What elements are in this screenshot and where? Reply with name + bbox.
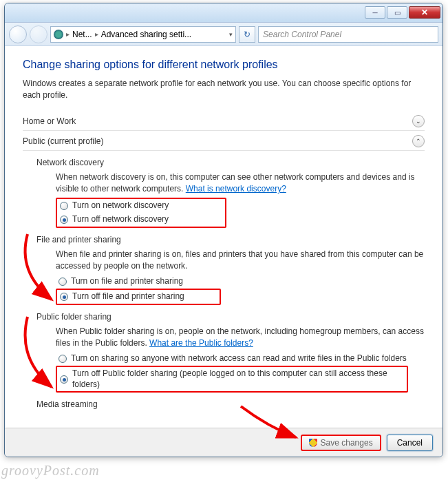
section-title-media-streaming: Media streaming [36, 399, 425, 409]
nav-row: ▸ Net... ▸ Advanced sharing setti... ▾ ↻… [5, 23, 442, 46]
footer: Save changes Cancel [5, 428, 442, 457]
chevron-down-icon[interactable]: ▾ [229, 31, 233, 38]
save-changes-button[interactable]: Save changes [301, 435, 381, 451]
radio-netdisc-on[interactable]: Turn on network discovery [57, 199, 225, 213]
save-button-label: Save changes [321, 438, 373, 448]
chevron-up-icon[interactable]: ⌃ [412, 135, 425, 147]
link-what-are-public-folders[interactable]: What are the Public folders? [149, 338, 253, 348]
chevron-right-icon: ▸ [95, 30, 98, 38]
maximize-button[interactable]: ▭ [387, 6, 407, 19]
radio-fileprint-on[interactable]: Turn on file and printer sharing [56, 275, 425, 289]
profile-public-label: Public (current profile) [23, 136, 103, 146]
section-body-network-discovery: When network discovery is on, this compu… [56, 171, 425, 196]
breadcrumb-seg2[interactable]: Advanced sharing setti... [101, 30, 191, 39]
radio-fileprint-off[interactable]: Turn off file and printer sharing [56, 289, 221, 305]
search-input[interactable]: Search Control Panel [258, 26, 438, 43]
radio-pubfolder-on[interactable]: Turn on sharing so anyone with network a… [56, 352, 425, 366]
control-panel-window: ─ ▭ ✕ ▸ Net... ▸ Advanced sharing setti.… [4, 3, 443, 457]
breadcrumb-seg1[interactable]: Net... [72, 30, 92, 39]
network-icon [54, 30, 63, 39]
radio-pubfolder-off[interactable]: Turn off Public folder sharing (people l… [56, 366, 408, 393]
section-body-file-printer: When file and printer sharing is on, fil… [56, 249, 425, 273]
radio-label: Turn off network discovery [72, 214, 169, 225]
radio-label: Turn on file and printer sharing [71, 276, 183, 287]
profile-home[interactable]: Home or Work ⌄ [23, 111, 425, 131]
radio-icon [60, 375, 68, 384]
radio-group-file-printer: Turn on file and printer sharing Turn of… [56, 275, 425, 304]
radio-icon [60, 216, 68, 224]
search-placeholder: Search Control Panel [263, 30, 341, 39]
radio-label: Turn on network discovery [72, 200, 169, 211]
minimize-button[interactable]: ─ [365, 6, 385, 19]
radio-group-network-discovery: Turn on network discovery Turn off netwo… [56, 198, 226, 227]
chevron-down-icon[interactable]: ⌄ [412, 115, 425, 127]
refresh-button[interactable]: ↻ [239, 26, 255, 43]
link-what-is-network-discovery[interactable]: What is network discovery? [186, 184, 286, 194]
radio-icon [58, 278, 67, 286]
breadcrumb[interactable]: ▸ Net... ▸ Advanced sharing setti... ▾ [50, 26, 236, 43]
section-body-public-folder: When Public folder sharing is on, people… [56, 326, 425, 350]
radio-label: Turn off file and printer sharing [72, 291, 184, 302]
cancel-button-label: Cancel [397, 438, 423, 448]
radio-icon [60, 202, 68, 210]
cancel-button[interactable]: Cancel [387, 435, 433, 451]
titlebar: ─ ▭ ✕ [5, 3, 442, 23]
close-button[interactable]: ✕ [409, 6, 440, 19]
profile-public[interactable]: Public (current profile) ⌃ [23, 131, 425, 151]
section-title-public-folder: Public folder sharing [36, 312, 425, 322]
page-intro: Windows creates a separate network profi… [23, 78, 425, 101]
radio-label: Turn on sharing so anyone with network a… [71, 353, 407, 364]
section-title-network-discovery: Network discovery [36, 158, 425, 167]
nav-back-button[interactable] [9, 25, 27, 43]
shield-icon [309, 439, 317, 447]
radio-icon [58, 355, 67, 363]
page-title: Change sharing options for different net… [23, 59, 425, 71]
content-pane: Change sharing options for different net… [5, 46, 442, 428]
nav-forward-button[interactable] [30, 25, 47, 43]
profile-home-label: Home or Work [23, 116, 76, 126]
radio-label: Turn off Public folder sharing (people l… [72, 368, 403, 390]
radio-group-public-folder: Turn on sharing so anyone with network a… [56, 352, 425, 393]
watermark: groovyPost.com [1, 463, 100, 479]
radio-netdisc-off[interactable]: Turn off network discovery [57, 213, 225, 227]
chevron-right-icon: ▸ [66, 30, 70, 38]
radio-icon [60, 293, 68, 301]
section-title-file-printer: File and printer sharing [36, 235, 425, 244]
